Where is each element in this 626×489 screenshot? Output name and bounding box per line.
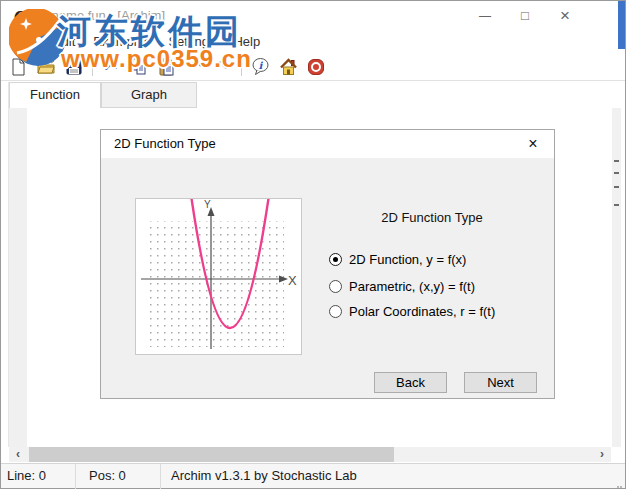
maximize-button[interactable]: □ <box>505 1 545 31</box>
scrollbar-thumb[interactable] <box>29 447 394 462</box>
app-icon: α <box>13 4 33 28</box>
home-icon[interactable] <box>276 56 300 78</box>
menu-edit[interactable]: Edit <box>44 31 84 53</box>
redo-icon[interactable]: ↷ <box>211 56 235 78</box>
window-controls: — □ × <box>465 1 585 31</box>
dialog-title-bar: 2D Function Type × <box>101 130 554 158</box>
minimize-button[interactable]: — <box>465 1 505 31</box>
radio-label: 2D Function, y = f(x) <box>349 252 466 267</box>
tab-graph[interactable]: Graph <box>101 82 197 108</box>
toolbar-separator <box>241 58 242 76</box>
radio-parametric[interactable]: Parametric, (x,y) = f(t) <box>329 273 475 299</box>
resize-grip[interactable] <box>620 483 622 485</box>
dialog-close-icon[interactable]: × <box>522 130 544 158</box>
menu-file[interactable]: File <box>5 31 44 53</box>
copy-icon[interactable] <box>127 56 151 78</box>
new-document-icon[interactable] <box>6 56 30 78</box>
scrollbar-mark <box>614 160 619 162</box>
tab-function[interactable]: Function <box>9 82 101 108</box>
save-icon[interactable] <box>62 56 86 78</box>
window-title: Noname.fun - [Archim] <box>35 1 165 31</box>
status-line: Line: 0 <box>1 464 75 488</box>
radio-button-icon[interactable] <box>329 305 342 318</box>
app-window: α Noname.fun - [Archim] — □ × File Edit … <box>0 0 626 489</box>
axis-y-label: Y <box>204 199 211 210</box>
open-folder-icon[interactable] <box>34 56 58 78</box>
menu-help[interactable]: Help <box>224 31 269 53</box>
undo-icon[interactable]: ↶ <box>183 56 207 78</box>
radio-polar[interactable]: Polar Coordinates, r = f(t) <box>329 298 495 324</box>
exit-icon[interactable] <box>304 56 328 78</box>
menu-bar: File Edit Examples Settings Help <box>1 31 625 53</box>
cut-icon[interactable]: ✂ <box>99 56 123 78</box>
desktop-edge-strip <box>618 1 625 49</box>
next-button[interactable]: Next <box>464 372 537 393</box>
menu-settings[interactable]: Settings <box>159 31 224 53</box>
radio-button-icon[interactable] <box>329 280 342 293</box>
scrollbar-mark <box>614 204 619 206</box>
tab-strip: Function Graph <box>1 82 625 108</box>
dialog-title: 2D Function Type <box>114 130 216 158</box>
scroll-left-icon[interactable]: ‹ <box>9 447 27 462</box>
toolbar-separator <box>92 58 93 76</box>
menu-examples[interactable]: Examples <box>84 31 159 53</box>
scroll-right-icon[interactable]: › <box>593 447 611 462</box>
radio-2d-function[interactable]: 2D Function, y = f(x) <box>329 246 466 272</box>
radio-label: Polar Coordinates, r = f(t) <box>349 304 495 319</box>
title-bar: α Noname.fun - [Archim] — □ × <box>1 1 625 31</box>
scrollbar-mark <box>614 186 619 188</box>
status-about: Archim v1.3.1 by Stochastic Lab <box>161 464 357 488</box>
function-type-dialog: 2D Function Type × Y X 2D Function T <box>100 129 555 399</box>
close-button[interactable]: × <box>545 1 585 31</box>
radio-label: Parametric, (x,y) = f(t) <box>349 279 475 294</box>
paste-icon[interactable] <box>155 56 179 78</box>
vertical-scrollbar[interactable] <box>612 108 621 447</box>
axis-x-label: X <box>288 273 297 288</box>
horizontal-scrollbar[interactable]: ‹ › <box>9 447 611 462</box>
about-icon[interactable]: i <box>248 56 272 78</box>
function-preview-image: Y X <box>135 198 302 355</box>
radio-button-icon[interactable] <box>329 253 342 266</box>
content-border <box>8 82 9 447</box>
dialog-panel-label: 2D Function Type <box>332 210 532 225</box>
toolbar: ✂ ↶ ↷ i <box>1 53 625 81</box>
editor-gutter <box>9 108 27 447</box>
back-button[interactable]: Back <box>374 372 447 393</box>
scrollbar-mark <box>614 172 619 174</box>
status-pos: Pos: 0 <box>76 464 160 488</box>
status-bar: Line: 0 Pos: 0 Archim v1.3.1 by Stochast… <box>1 463 625 488</box>
